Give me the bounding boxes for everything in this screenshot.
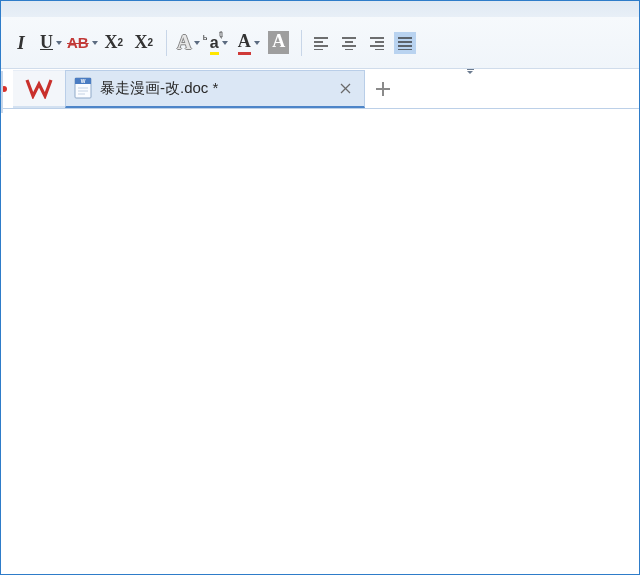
shading-icon: A (268, 31, 289, 54)
document-tab-bar: W 暴走漫画-改.doc * (1, 69, 639, 109)
highlight-color-button[interactable]: a ✎ ь (205, 28, 233, 58)
alignment-group (310, 32, 416, 54)
new-tab-button[interactable] (365, 71, 401, 107)
toolbar-overflow-indicator[interactable] (465, 69, 475, 74)
strikethrough-button[interactable]: AB (67, 28, 98, 58)
highlight-icon: a ✎ ь (210, 34, 219, 52)
text-effects-button[interactable]: A (175, 28, 203, 58)
align-center-button[interactable] (338, 32, 360, 54)
shading-button[interactable]: A (265, 28, 293, 58)
align-justify-button[interactable] (394, 32, 416, 54)
subscript-icon: X2 (134, 32, 153, 53)
document-tab-active[interactable]: W 暴走漫画-改.doc * (65, 70, 365, 108)
formatting-toolbar: I U AB X2 X2 A a ✎ ь A A (1, 17, 639, 69)
align-right-icon (369, 36, 385, 50)
tab-close-button[interactable] (336, 79, 354, 97)
document-canvas[interactable] (1, 113, 639, 574)
align-right-button[interactable] (366, 32, 388, 54)
text-effects-icon: A (177, 31, 191, 54)
underline-button[interactable]: U (37, 28, 65, 58)
titlebar-gradient (1, 1, 639, 17)
toolbar-separator (166, 30, 167, 56)
doc-file-icon: W (74, 77, 92, 99)
superscript-icon: X2 (104, 32, 123, 53)
font-color-button[interactable]: A (235, 28, 263, 58)
align-left-icon (313, 36, 329, 50)
tab-filename: 暴走漫画-改.doc * (100, 79, 328, 98)
app-window: I U AB X2 X2 A a ✎ ь A A (0, 0, 640, 575)
align-center-icon (341, 36, 357, 50)
wps-home-button[interactable] (13, 70, 65, 108)
font-color-icon: A (238, 31, 251, 55)
superscript-button[interactable]: X2 (100, 28, 128, 58)
subscript-button[interactable]: X2 (130, 28, 158, 58)
align-justify-icon (397, 36, 413, 50)
underline-icon: U (40, 32, 53, 53)
italic-button[interactable]: I (7, 28, 35, 58)
wps-logo-icon (25, 77, 53, 99)
close-icon (340, 83, 351, 94)
italic-icon: I (17, 32, 24, 54)
toolbar-separator (301, 30, 302, 56)
align-left-button[interactable] (310, 32, 332, 54)
strikethrough-icon: AB (67, 34, 89, 51)
svg-text:W: W (81, 78, 86, 84)
plus-icon (374, 80, 392, 98)
